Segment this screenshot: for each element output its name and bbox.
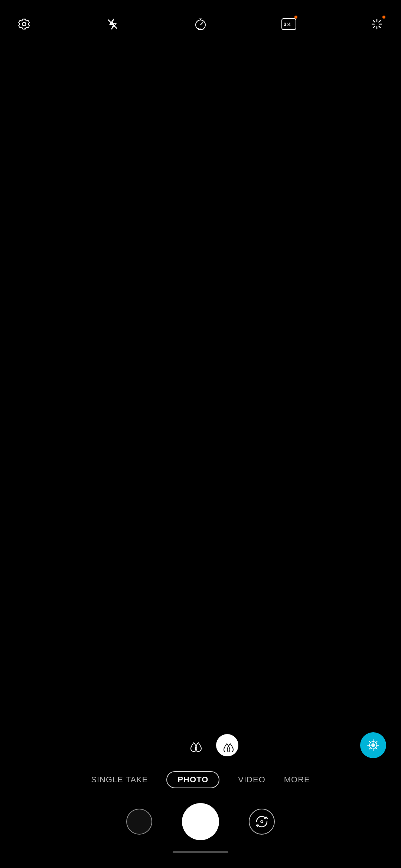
svg-line-11 <box>374 21 375 22</box>
timer-button[interactable]: OFF <box>191 15 210 33</box>
shutter-button[interactable] <box>182 803 219 840</box>
settings-button[interactable] <box>15 15 33 33</box>
mode-photo[interactable]: PHOTO <box>166 771 219 788</box>
mode-more[interactable]: MORE <box>284 775 310 785</box>
notification-dot-2 <box>382 16 385 19</box>
svg-point-25 <box>261 821 263 823</box>
mode-video[interactable]: VIDEO <box>238 775 265 785</box>
camera-app: OFF 3:4 <box>0 0 401 868</box>
notification-dot <box>294 16 297 19</box>
svg-point-24 <box>371 743 375 747</box>
effects-button[interactable] <box>368 15 386 33</box>
flash-off-button[interactable] <box>103 15 122 33</box>
filter-outline-button[interactable] <box>185 735 205 755</box>
svg-line-13 <box>379 21 380 22</box>
svg-line-14 <box>374 26 375 27</box>
aspect-ratio-button[interactable]: 3:4 <box>280 15 298 33</box>
bottom-area: SINGLE TAKE PHOTO VIDEO MORE <box>0 734 401 868</box>
svg-text:3:4: 3:4 <box>284 22 291 27</box>
svg-line-12 <box>379 26 380 27</box>
svg-point-1 <box>23 23 26 26</box>
mode-selector: SINGLE TAKE PHOTO VIDEO MORE <box>0 771 401 788</box>
mode-single-take[interactable]: SINGLE TAKE <box>91 775 148 785</box>
svg-text:OFF: OFF <box>198 27 205 31</box>
flip-camera-button[interactable] <box>249 809 275 835</box>
top-toolbar: OFF 3:4 <box>0 0 401 41</box>
filter-active-button[interactable] <box>216 734 238 756</box>
home-indicator <box>173 851 228 853</box>
bixby-vision-button[interactable] <box>360 732 386 758</box>
gallery-thumbnail[interactable] <box>126 809 152 835</box>
shutter-row <box>0 803 401 840</box>
filter-row <box>0 734 401 756</box>
